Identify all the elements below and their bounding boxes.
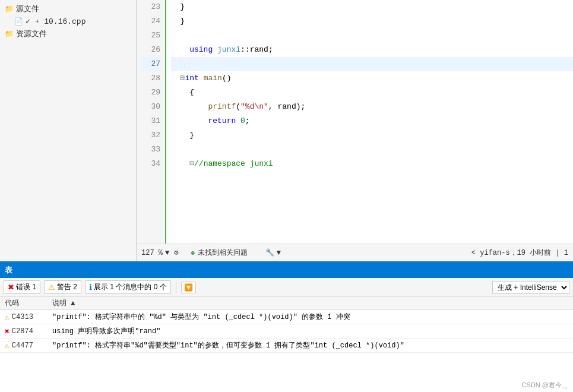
line-numbers: 23 24 25 26 27 28 29 30 31 32 33 34 xyxy=(137,0,166,244)
tools-icon-area: 🔧 ▼ xyxy=(265,248,281,257)
toolbar-divider xyxy=(176,282,176,293)
warning-icon-yellow: ⚠ xyxy=(48,283,55,292)
sidebar-item-cpp[interactable]: 📄 ✓ + 10.16.cpp xyxy=(0,15,136,27)
status-bar: 127 % ▼ ⚙ ● 未找到相关问题 🔧 ▼ < yifan-s，19 小时前… xyxy=(137,244,573,261)
code-line-33 xyxy=(171,143,573,157)
warning-filter-btn[interactable]: ⚠ 警告 2 xyxy=(44,280,81,294)
error-row-c4477[interactable]: ⚠ C4477 "printf": 格式字符串"%d"需要类型"int"的参数，… xyxy=(0,339,573,353)
code-panel[interactable]: } } using junxi::rand; ⊟int main() { pri… xyxy=(166,0,573,244)
error-desc-c4477: "printf": 格式字符串"%d"需要类型"int"的参数，但可变参数 1 … xyxy=(52,340,568,350)
error-code-c4477: ⚠ C4477 xyxy=(5,341,52,350)
code-line-28: ⊟int main() xyxy=(171,71,573,86)
zoom-control: 127 % ▼ ⚙ xyxy=(141,248,178,257)
tools-dropdown[interactable]: ▼ xyxy=(277,249,281,257)
error-icon-c2874: ✖ xyxy=(5,327,10,336)
error-panel-title: 表 xyxy=(5,265,12,276)
top-area: 📁 源文件 📄 ✓ + 10.16.cpp 📁 资源文件 23 24 25 xyxy=(0,0,573,261)
code-line-25 xyxy=(171,29,573,43)
sidebar-label-yuanwenjian: 源文件 xyxy=(16,4,39,14)
editor-area: 23 24 25 26 27 28 29 30 31 32 33 34 } xyxy=(137,0,573,261)
sidebar: 📁 源文件 📄 ✓ + 10.16.cpp 📁 资源文件 xyxy=(0,0,137,261)
no-issues-label: 未找到相关问题 xyxy=(198,248,248,258)
git-info: < yifan-s，19 小时前 | 1 xyxy=(471,248,568,258)
error-icon-red: ✖ xyxy=(8,283,14,292)
warning-count-label: 警告 2 xyxy=(57,282,77,292)
check-icon: ● xyxy=(190,248,195,258)
code-line-27 xyxy=(171,57,573,71)
col-code-header: 代码 xyxy=(5,298,52,308)
error-code-text-c4313: C4313 xyxy=(12,313,33,321)
code-line-32: } xyxy=(171,128,573,143)
code-line-26: using junxi::rand; xyxy=(171,43,573,57)
folder-icon: 📁 xyxy=(5,5,14,14)
filter-icon: 🔽 xyxy=(184,283,193,292)
error-filter-btn[interactable]: ✖ 错误 1 xyxy=(4,280,40,294)
error-row-c4313[interactable]: ⚠ C4313 "printf": 格式字符串中的 "%d" 与类型为 "int… xyxy=(0,310,573,324)
folder-icon-res: 📁 xyxy=(5,30,14,39)
code-line-23: } xyxy=(171,0,573,14)
error-table: ⚠ C4313 "printf": 格式字符串中的 "%d" 与类型为 "int… xyxy=(0,310,573,392)
error-code-c4313: ⚠ C4313 xyxy=(5,312,52,322)
col-desc-header: 说明 ▲ xyxy=(52,298,568,308)
error-code-text-c2874: C2874 xyxy=(12,327,33,336)
info-filter-btn[interactable]: ℹ 展示 1 个消息中的 0 个 xyxy=(85,280,171,294)
error-toolbar: ✖ 错误 1 ⚠ 警告 2 ℹ 展示 1 个消息中的 0 个 🔽 生成 + In… xyxy=(0,278,573,297)
error-panel: 表 ✖ 错误 1 ⚠ 警告 2 ℹ 展示 1 个消息中的 0 个 🔽 生成 xyxy=(0,261,573,392)
info-icon-blue: ℹ xyxy=(89,283,92,292)
watermark: CSDN @君今＿ xyxy=(522,381,568,390)
error-table-header: 代码 说明 ▲ xyxy=(0,297,573,310)
error-row-c2874[interactable]: ✖ C2874 using 声明导致多次声明"rand" xyxy=(0,324,573,339)
sidebar-item-ziyuanwenjian[interactable]: 📁 资源文件 xyxy=(0,27,136,40)
error-code-c2874: ✖ C2874 xyxy=(5,327,52,336)
error-desc-c2874: using 声明导致多次声明"rand" xyxy=(52,326,568,336)
zoom-value: 127 % xyxy=(141,249,163,257)
code-line-24: } xyxy=(171,14,573,29)
zoom-dropdown-icon[interactable]: ▼ xyxy=(165,249,169,257)
editor-content: 23 24 25 26 27 28 29 30 31 32 33 34 } xyxy=(137,0,573,244)
code-line-30: printf("%d\n", rand); xyxy=(171,100,573,114)
warning-icon-c4477: ⚠ xyxy=(5,341,10,350)
code-line-29: { xyxy=(171,86,573,100)
git-info-text: < yifan-s，19 小时前 | 1 xyxy=(471,249,568,257)
filter-btn[interactable]: 🔽 xyxy=(181,282,196,293)
code-line-31: return 0; xyxy=(171,114,573,128)
warning-icon-c4313: ⚠ xyxy=(5,312,10,322)
gen-select: 生成 + IntelliSense xyxy=(492,281,569,294)
settings-icon[interactable]: ⚙ xyxy=(174,248,178,257)
code-line-34: ⊟//namespace junxi xyxy=(171,157,573,171)
main-container: 📁 源文件 📄 ✓ + 10.16.cpp 📁 资源文件 23 24 25 xyxy=(0,0,573,392)
file-icon: 📄 xyxy=(14,17,23,26)
sidebar-label-cpp: ✓ + 10.16.cpp xyxy=(26,17,86,26)
error-desc-c4313: "printf": 格式字符串中的 "%d" 与类型为 "int (_cdecl… xyxy=(52,312,568,322)
tools-icon[interactable]: 🔧 xyxy=(265,248,274,257)
error-code-text-c4477: C4477 xyxy=(12,342,33,350)
no-issues-status: ● 未找到相关问题 xyxy=(190,248,247,258)
error-count-label: 错误 1 xyxy=(16,282,36,292)
sidebar-item-yuanwenjian[interactable]: 📁 源文件 xyxy=(0,2,136,15)
error-panel-header: 表 xyxy=(0,263,573,278)
gen-dropdown[interactable]: 生成 + IntelliSense xyxy=(492,281,569,294)
info-count-label: 展示 1 个消息中的 0 个 xyxy=(94,282,167,292)
sidebar-label-ziyuanwenjian: 资源文件 xyxy=(16,29,47,39)
